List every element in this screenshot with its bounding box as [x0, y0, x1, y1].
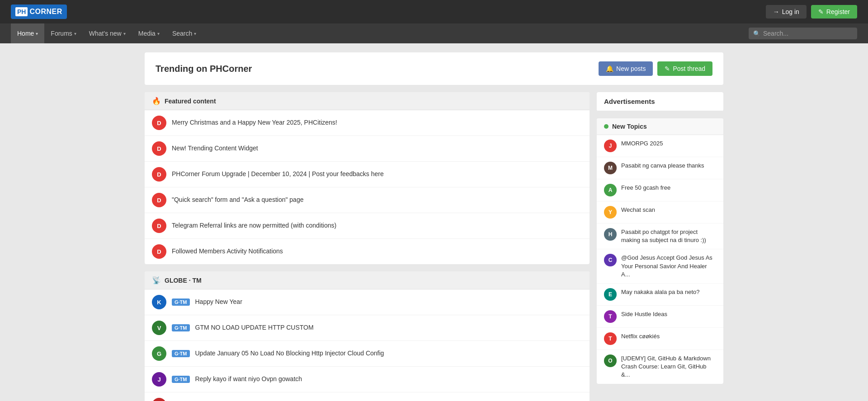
- list-item[interactable]: O [UDEMY] Git, GitHub & Markdown Crash C…: [597, 350, 723, 384]
- thread-title: New! Trending Content Widget: [172, 144, 258, 153]
- avatar: G: [152, 346, 166, 361]
- new-topic-title: Free 50 gcash free: [621, 184, 670, 192]
- search-input[interactable]: [763, 30, 853, 37]
- logo-ph: PH: [15, 7, 28, 16]
- list-item[interactable]: D New! Trending Content Widget: [145, 136, 590, 162]
- advertisements-card: Advertisements: [597, 92, 723, 111]
- search-icon: 🔍: [753, 30, 760, 37]
- thread-title: Merry Christmas and a Happy New Year 202…: [172, 118, 337, 127]
- trending-actions: 🔔 New posts ✎ Post thread: [599, 61, 712, 76]
- new-topics-card: New Topics J MMORPG 2025 M Pasabit ng ca…: [597, 118, 723, 384]
- thread-title: GTM NO LOAD UPDATE HTTP CUSTOM: [195, 323, 314, 332]
- thread-title: Update January 05 No Load No Blocking Ht…: [195, 349, 384, 358]
- login-icon: →: [773, 8, 779, 15]
- list-item[interactable]: S G·TM GTM: 10 SG SUPER FAST SERVER FOR …: [145, 392, 590, 401]
- login-button[interactable]: → Log in: [766, 5, 807, 19]
- avatar: E: [604, 288, 617, 301]
- new-topic-title: Wechat scan: [621, 206, 655, 214]
- list-item[interactable]: J G·TM Reply kayo if want niyo Ovpn gowa…: [145, 367, 590, 392]
- list-item[interactable]: T Netflix cøøkiés: [597, 328, 723, 350]
- nav-item-media[interactable]: Media ▾: [132, 23, 166, 43]
- globe-tm-list: K G·TM Happy New Year V G·TM GTM NO LOAD…: [145, 289, 590, 401]
- nav-item-forums[interactable]: Forums ▾: [44, 23, 82, 43]
- list-item[interactable]: C @God Jesus Accept God Jesus As Your Pe…: [597, 249, 723, 284]
- logo-corner: CORNER: [29, 8, 62, 16]
- gtm-badge: G·TM: [172, 350, 190, 357]
- list-item[interactable]: J MMORPG 2025: [597, 135, 723, 157]
- avatar: C: [604, 254, 617, 266]
- fire-icon: 🔥: [152, 97, 161, 105]
- avatar: K: [152, 295, 166, 309]
- avatar: V: [152, 321, 166, 335]
- thread-title: Telegram Referral links are now permitte…: [172, 221, 336, 230]
- list-item[interactable]: D Followed Members Activity Notification…: [145, 239, 590, 264]
- new-topics-list: J MMORPG 2025 M Pasabit ng canva please …: [597, 135, 723, 384]
- list-item[interactable]: E May nakaka alala pa ba neto?: [597, 284, 723, 306]
- chevron-down-icon: ▾: [194, 31, 196, 36]
- featured-section: 🔥 Featured content D Merry Christmas and…: [145, 92, 590, 264]
- list-item[interactable]: Y Wechat scan: [597, 201, 723, 224]
- chevron-down-icon: ▾: [74, 31, 76, 36]
- logo[interactable]: PH CORNER: [11, 5, 67, 19]
- bell-icon: 🔔: [606, 65, 613, 72]
- list-item[interactable]: G G·TM Update January 05 No Load No Bloc…: [145, 341, 590, 367]
- featured-list: D Merry Christmas and a Happy New Year 2…: [145, 110, 590, 264]
- new-topic-title: MMORPG 2025: [621, 140, 663, 148]
- edit-icon: ✎: [665, 65, 670, 72]
- list-item[interactable]: T Side Hustle Ideas: [597, 306, 723, 328]
- new-topic-title: Netflix cøøkiés: [621, 332, 660, 340]
- top-bar: PH CORNER → Log in ✎ Register: [0, 0, 868, 23]
- thread-title: Happy New Year: [195, 298, 242, 307]
- active-dot-icon: [604, 124, 609, 129]
- post-thread-button[interactable]: ✎ Post thread: [657, 61, 712, 76]
- nav-bar: Home ▾ Forums ▾ What's new ▾ Media ▾ Sea…: [0, 23, 868, 43]
- nav-item-whats-new[interactable]: What's new ▾: [83, 23, 132, 43]
- avatar: M: [604, 162, 617, 174]
- list-item[interactable]: D Telegram Referral links are now permit…: [145, 213, 590, 239]
- list-item[interactable]: A Free 50 gcash free: [597, 179, 723, 201]
- avatar: D: [152, 219, 166, 233]
- list-item[interactable]: M Pasabit ng canva please thanks: [597, 157, 723, 179]
- featured-header: 🔥 Featured content: [145, 92, 590, 110]
- new-topic-title: May nakaka alala pa ba neto?: [621, 288, 699, 296]
- avatar: D: [152, 244, 166, 259]
- thread-title: Followed Members Activity Notifications: [172, 247, 283, 256]
- new-topics-header: New Topics: [597, 118, 723, 135]
- left-column: 🔥 Featured content D Merry Christmas and…: [145, 92, 590, 401]
- nav-item-search[interactable]: Search ▾: [166, 23, 203, 43]
- page-title: Trending on PHCorner: [156, 64, 252, 74]
- new-topic-title: @God Jesus Accept God Jesus As Your Pers…: [621, 254, 716, 279]
- avatar: D: [152, 141, 166, 156]
- list-item[interactable]: D Merry Christmas and a Happy New Year 2…: [145, 110, 590, 136]
- gtm-badge: G·TM: [172, 298, 190, 306]
- list-item[interactable]: K G·TM Happy New Year: [145, 289, 590, 315]
- chevron-down-icon: ▾: [123, 31, 126, 36]
- avatar: D: [152, 116, 166, 130]
- chevron-down-icon: ▾: [157, 31, 160, 36]
- new-topic-title: Pasabit ng canva please thanks: [621, 162, 704, 170]
- avatar: O: [604, 354, 617, 367]
- thread-title: "Quick search" form and "Ask a question"…: [172, 196, 303, 205]
- globe-tm-header: 📡 GLOBE · TM: [145, 271, 590, 289]
- avatar: J: [152, 372, 166, 387]
- gtm-badge: G·TM: [172, 376, 190, 383]
- register-button[interactable]: ✎ Register: [811, 5, 857, 19]
- avatar: A: [604, 184, 617, 196]
- avatar: J: [604, 140, 617, 152]
- new-posts-button[interactable]: 🔔 New posts: [599, 61, 653, 76]
- signal-icon: 📡: [152, 276, 161, 284]
- avatar: S: [152, 398, 166, 401]
- avatar: D: [152, 193, 166, 207]
- list-item[interactable]: D PHCorner Forum Upgrade | December 10, …: [145, 162, 590, 187]
- chevron-down-icon: ▾: [36, 31, 38, 36]
- main-layout: 🔥 Featured content D Merry Christmas and…: [145, 92, 723, 401]
- list-item[interactable]: H Pasabit po chatgpt for project making …: [597, 224, 723, 249]
- register-icon: ✎: [818, 8, 824, 15]
- avatar: T: [604, 332, 617, 345]
- advertisements-header: Advertisements: [597, 92, 723, 111]
- nav-item-home[interactable]: Home ▾: [11, 23, 44, 43]
- list-item[interactable]: V G·TM GTM NO LOAD UPDATE HTTP CUSTOM: [145, 315, 590, 341]
- list-item[interactable]: D "Quick search" form and "Ask a questio…: [145, 187, 590, 213]
- avatar: Y: [604, 206, 617, 219]
- top-bar-actions: → Log in ✎ Register: [766, 5, 857, 19]
